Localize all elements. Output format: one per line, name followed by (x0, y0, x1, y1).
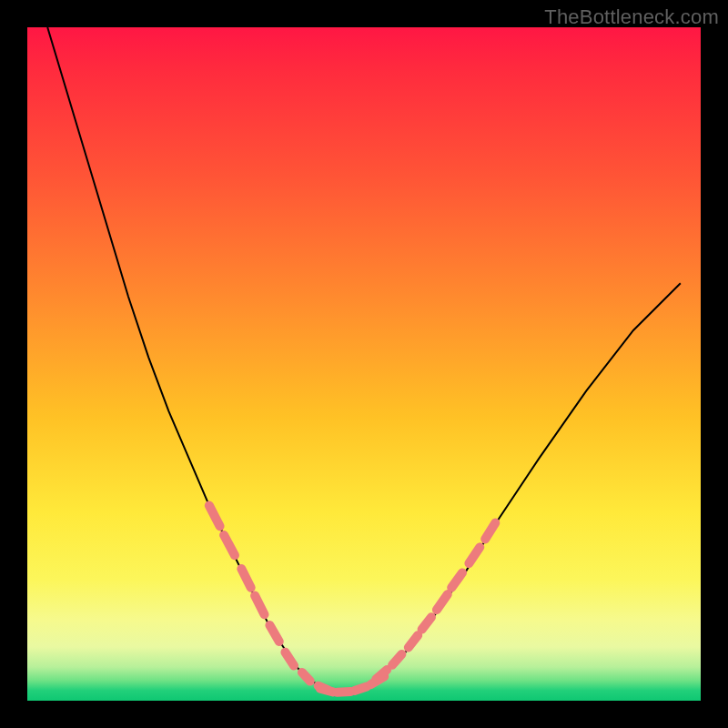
bead-segment (320, 689, 333, 693)
bead-segment (224, 535, 235, 555)
chart-frame: TheBottleneck.com (0, 0, 728, 728)
bead-segment (209, 505, 220, 526)
bead-segment (337, 692, 350, 693)
curve-layer (27, 27, 701, 701)
bead-segment (285, 652, 294, 666)
plot-area (27, 27, 701, 701)
bead-segment (485, 523, 495, 540)
bead-group (209, 505, 496, 692)
bead-segment (469, 547, 480, 563)
bead-segment (241, 569, 250, 588)
watermark-text: TheBottleneck.com (544, 5, 719, 29)
bead-segment (269, 625, 278, 642)
bead-segment (409, 635, 418, 647)
bead-segment (422, 617, 431, 629)
bead-segment (255, 596, 264, 615)
bead-segment (355, 687, 367, 691)
bead-segment (302, 672, 310, 682)
bead-segment (392, 654, 401, 665)
bead-segment (437, 594, 448, 610)
bead-segment (451, 572, 462, 587)
bottleneck-curve (47, 27, 681, 692)
